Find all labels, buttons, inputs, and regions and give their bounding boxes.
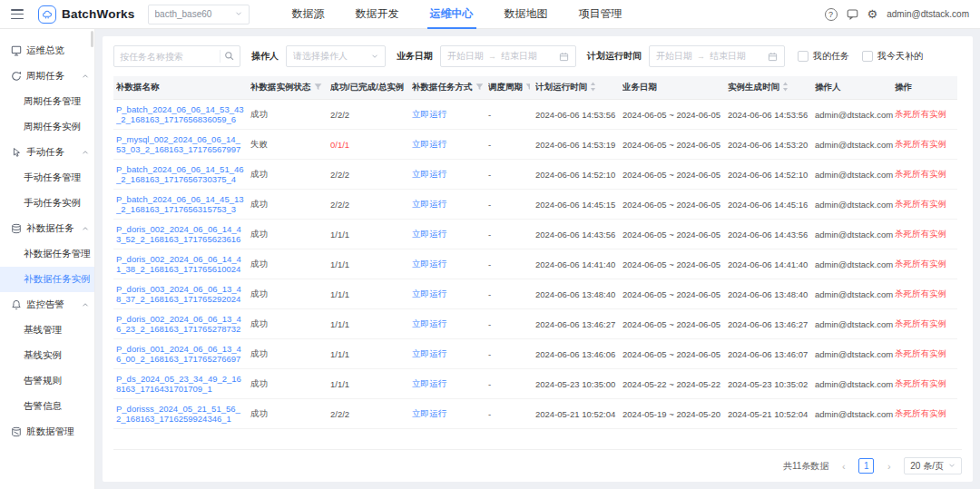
start-date-placeholder: 开始日期 (656, 50, 692, 63)
instance-generated-time: 2024-06-06 13:48:40 (728, 289, 808, 299)
sidebar-item[interactable]: 周期任务实例 (0, 114, 94, 140)
column-header[interactable]: 补数据任务方式 (409, 76, 485, 100)
kill-all-instances-link[interactable]: 杀死所有实例 (895, 169, 946, 179)
gear-icon[interactable] (867, 8, 878, 20)
schedule-period: - (488, 259, 491, 269)
column-header: 成功/已完成/总实例 (328, 76, 409, 100)
sidebar-item[interactable]: 告警信息 (0, 394, 94, 419)
sidebar-item[interactable]: 运维总览 (0, 38, 94, 64)
sidebar-item[interactable]: 脏数据管理 (0, 419, 94, 445)
kill-all-instances-link[interactable]: 杀死所有实例 (895, 199, 946, 209)
checkbox-box[interactable] (798, 51, 808, 62)
instance-status: 失败 (250, 139, 268, 149)
sidebar-item[interactable]: 补数据任务 (0, 216, 94, 241)
sorter-icon[interactable] (590, 82, 596, 93)
column-header[interactable]: 实例生成时间 (725, 76, 812, 100)
plan-run-time: 2024-06-06 14:52:10 (535, 170, 615, 180)
search-icon[interactable] (224, 51, 234, 63)
patch-data-instance-table: 补数据名称补数据实例状态成功/已完成/总实例补数据任务方式调度周期计划运行时间业… (113, 76, 962, 449)
column-header: 操作 (892, 76, 957, 100)
sidebar-item[interactable]: 基线实例 (0, 343, 94, 368)
sidebar-item-label: 基线管理 (24, 324, 62, 337)
business-date-range-picker[interactable]: 开始日期 结束日期 (440, 45, 576, 67)
monitor-alarm-icon (11, 299, 22, 310)
patch-task-name-link[interactable]: P_mysql_002_2024_06_06_14_53_03_2_168163… (116, 134, 245, 154)
message-icon[interactable] (847, 8, 858, 20)
patch-task-name-link[interactable]: P_ds_2024_05_23_34_49_2_168163_171643170… (116, 374, 245, 394)
sidebar-item[interactable]: 周期任务管理 (0, 89, 94, 114)
instance-count: 1/1/1 (330, 349, 349, 359)
sidebar-item[interactable]: 补数据任务实例 (0, 267, 94, 292)
patch-task-name-link[interactable]: P_batch_2024_06_06_14_53_43_2_168163_171… (116, 104, 245, 124)
patch-data-icon (11, 223, 22, 234)
filter-funnel-icon[interactable] (525, 83, 530, 93)
instance-generated-time: 2024-05-23 10:35:02 (728, 379, 808, 389)
checkbox-box[interactable] (862, 51, 873, 62)
kill-all-instances-link[interactable]: 杀死所有实例 (895, 139, 946, 149)
nav-item[interactable]: 数据开发 (340, 0, 415, 29)
current-page-button[interactable]: 1 (858, 458, 874, 474)
patch-task-name-link[interactable]: P_doris_002_2024_06_06_14_41_38_2_168163… (116, 254, 245, 274)
kill-all-instances-link[interactable]: 杀死所有实例 (895, 348, 946, 358)
operator-filter-label: 操作人 (251, 50, 279, 63)
today-patched-checkbox[interactable]: 我今天补的 (862, 50, 923, 63)
nav-item[interactable]: 运维中心 (415, 0, 489, 29)
instance-count: 2/2/2 (330, 110, 349, 120)
sidebar-item[interactable]: 周期任务 (0, 64, 94, 89)
sidebar-item[interactable]: 告警规则 (0, 368, 94, 394)
instance-status: 成功 (250, 378, 268, 388)
help-icon[interactable] (825, 8, 838, 21)
column-header[interactable]: 补数据实例状态 (248, 76, 328, 100)
operator-select[interactable]: 请选择操作人 (286, 45, 386, 67)
sidebar-item[interactable]: 手动任务 (0, 140, 94, 165)
sidebar-item-label: 运维总览 (26, 44, 64, 57)
page-size-select[interactable]: 20 条/页 (904, 457, 962, 474)
run-mode: 立即运行 (412, 199, 446, 209)
nav-item[interactable]: 数据地图 (489, 0, 564, 29)
project-selector[interactable]: bacth_base60 (148, 5, 250, 24)
column-header[interactable]: 调度周期 (485, 76, 533, 100)
kill-all-instances-link[interactable]: 杀死所有实例 (895, 109, 946, 119)
patch-task-name-link[interactable]: P_batch_2024_06_06_14_51_46_2_168163_171… (116, 164, 245, 184)
my-tasks-checkbox[interactable]: 我的任务 (798, 50, 849, 63)
user-email[interactable]: admin@dtstack.com (887, 9, 969, 19)
table-row: P_doris_002_2024_06_06_14_41_38_2_168163… (113, 249, 957, 279)
task-search-input[interactable] (120, 52, 216, 62)
kill-all-instances-link[interactable]: 杀死所有实例 (895, 259, 946, 269)
kill-all-instances-link[interactable]: 杀死所有实例 (895, 229, 946, 239)
sorter-icon[interactable] (782, 82, 789, 93)
sidebar-scrollbar[interactable] (91, 31, 93, 47)
patch-task-name-link[interactable]: P_doris_002_2024_06_06_14_43_52_2_168163… (116, 224, 245, 244)
next-page-button[interactable] (881, 458, 897, 474)
kill-all-instances-link[interactable]: 杀死所有实例 (895, 318, 946, 328)
plan-time-range-picker[interactable]: 开始日期 结束日期 (649, 45, 785, 67)
sidebar-item[interactable]: 基线管理 (0, 318, 94, 343)
filter-funnel-icon[interactable] (314, 83, 322, 93)
kill-all-instances-link[interactable]: 杀死所有实例 (895, 378, 946, 388)
column-header[interactable]: 计划运行时间 (533, 76, 620, 100)
sidebar-menu: 运维总览周期任务周期任务管理周期任务实例手动任务手动任务管理手动任务实例补数据任… (0, 38, 94, 445)
table-row: P_batch_2024_06_06_14_53_43_2_168163_171… (113, 100, 957, 130)
sidebar-item[interactable]: 手动任务实例 (0, 191, 94, 216)
nav-item[interactable]: 数据源 (277, 0, 340, 29)
nav-item[interactable]: 项目管理 (564, 0, 638, 29)
hamburger-menu-icon[interactable] (11, 9, 24, 19)
chevron-up-icon (82, 73, 89, 80)
patch-task-name-link[interactable]: P_doris_003_2024_06_06_13_48_37_2_168163… (116, 284, 245, 304)
prev-page-button[interactable] (836, 458, 851, 474)
kill-all-instances-link[interactable]: 杀死所有实例 (895, 408, 946, 418)
patch-task-name-link[interactable]: P_doris_001_2024_06_06_13_46_00_2_168163… (116, 344, 245, 364)
sidebar-item[interactable]: 监控告警 (0, 292, 94, 318)
patch-task-name-link[interactable]: P_doris_002_2024_06_06_13_46_23_2_168163… (116, 314, 245, 334)
filter-funnel-icon[interactable] (475, 83, 484, 93)
kill-all-instances-link[interactable]: 杀死所有实例 (895, 289, 946, 298)
end-date-placeholder: 结束日期 (710, 50, 746, 63)
table-row: P_doris_002_2024_06_06_13_46_23_2_168163… (113, 309, 957, 339)
patch-task-name-link[interactable]: P_dorisss_2024_05_21_51_56_2_168163_1716… (116, 404, 245, 424)
sidebar-item[interactable]: 补数据任务管理 (0, 241, 94, 267)
column-header-label: 补数据任务方式 (412, 82, 473, 93)
sidebar-item[interactable]: 手动任务管理 (0, 165, 94, 191)
run-mode: 立即运行 (412, 318, 446, 328)
plan-run-time: 2024-05-23 10:35:00 (535, 379, 615, 389)
patch-task-name-link[interactable]: P_batch_2024_06_06_14_45_13_2_168163_171… (116, 194, 245, 214)
